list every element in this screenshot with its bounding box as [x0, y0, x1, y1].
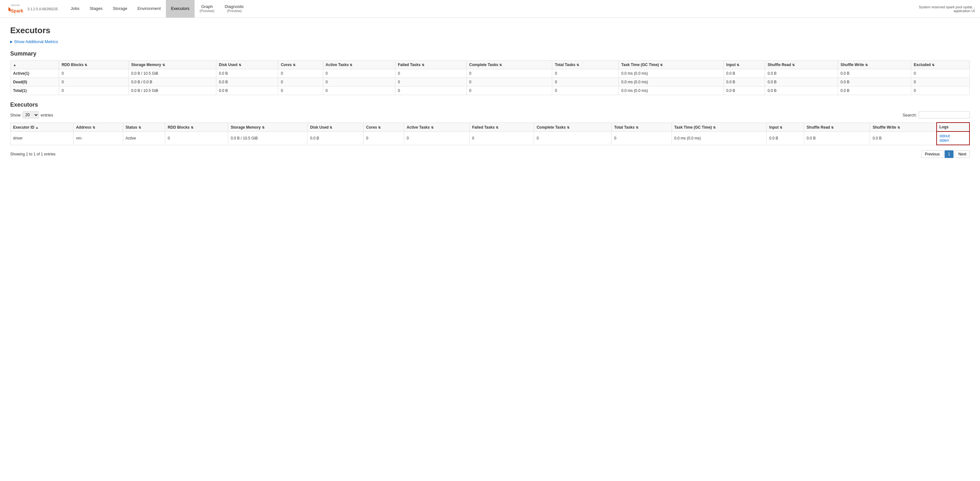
col-status[interactable]: Status ⇅ [123, 123, 165, 132]
cores-cell: 0 [363, 132, 404, 145]
prev-page-button[interactable]: Previous [921, 150, 943, 158]
failed-tasks-cell: 0 [469, 132, 534, 145]
col-active-tasks2[interactable]: Active Tasks ⇅ [404, 123, 469, 132]
stderr-link[interactable]: stderr [940, 138, 950, 143]
task-time-cell: 0.0 ms (0.0 ms) [671, 132, 767, 145]
col-shuffle-read2[interactable]: Shuffle Read ⇅ [804, 123, 870, 132]
summary-cell: 0.0 B [724, 69, 765, 78]
nav-graph[interactable]: Graph (Preview) [195, 0, 220, 18]
nav-links: Jobs Stages Storage Environment Executor… [65, 0, 918, 18]
col-input2[interactable]: Input ⇅ [767, 123, 804, 132]
col-disk-used[interactable]: Disk Used ⇅ [216, 61, 278, 69]
svg-text:Spark: Spark [11, 8, 23, 13]
show-additional-metrics-link[interactable]: Show Additional Metrics [10, 39, 970, 44]
col-shuffle-write[interactable]: Shuffle Write ⇅ [838, 61, 911, 69]
rdd-blocks-cell: 0 [165, 132, 228, 145]
col-disk-used2[interactable]: Disk Used ⇅ [307, 123, 364, 132]
col-storage-memory2[interactable]: Storage Memory ⇅ [228, 123, 307, 132]
version-label: 3.1.2.5.0-66290225 [27, 7, 58, 11]
summary-cell: Total(1) [11, 86, 59, 95]
entries-select[interactable]: 20 50 100 [23, 111, 39, 118]
next-page-button[interactable]: Next [955, 150, 970, 158]
nav-storage[interactable]: Storage [108, 0, 132, 18]
summary-cell: 0.0 ms (0.0 ms) [619, 69, 724, 78]
col-active-tasks[interactable]: Active Tasks ⇅ [323, 61, 395, 69]
executor-table-row: drivervm-Active00.0 B / 10.5 GiB0.0 B000… [11, 132, 970, 145]
summary-cell: 0 [59, 78, 129, 86]
executors-controls: Show 20 50 100 entries Search: [10, 111, 970, 118]
summary-cell: Dead(0) [11, 78, 59, 86]
col-executor-id[interactable]: Executor ID ▲ [11, 123, 73, 132]
spark-logo-icon: APACHE Spark [5, 3, 27, 15]
summary-cell: 0 [395, 69, 467, 78]
summary-cell: 0.0 ms (0.0 ms) [619, 86, 724, 95]
summary-cell: 0.0 B [838, 86, 911, 95]
col-rdd-blocks2[interactable]: RDD Blocks ⇅ [165, 123, 228, 132]
summary-table-row: Dead(0)00.0 B / 0.0 B0.0 B000000.0 ms (0… [11, 78, 970, 86]
summary-cell: 0.0 B / 10.5 GiB [129, 69, 216, 78]
main-content: Executors Show Additional Metrics Summar… [0, 18, 980, 166]
disk-used-cell: 0.0 B [307, 132, 364, 145]
pagination-buttons: Previous 1 Next [921, 150, 970, 158]
summary-section-title: Summary [10, 51, 970, 57]
status-cell: Active [123, 132, 165, 145]
search-box: Search: [902, 111, 970, 118]
col-cores2[interactable]: Cores ⇅ [363, 123, 404, 132]
current-page-button[interactable]: 1 [945, 150, 954, 158]
summary-cell: 0 [911, 86, 970, 95]
summary-cell: 0.0 B [216, 69, 278, 78]
summary-cell: 0.0 ms (0.0 ms) [619, 78, 724, 86]
summary-cell: 0.0 B / 10.5 GiB [129, 86, 216, 95]
summary-cell: 0.0 B [724, 78, 765, 86]
col-cores[interactable]: Cores ⇅ [278, 61, 323, 69]
summary-table: ▲ RDD Blocks ⇅ Storage Memory ⇅ Disk Use… [10, 61, 970, 95]
col-excluded[interactable]: Excluded ⇅ [911, 61, 970, 69]
summary-table-wrap: ▲ RDD Blocks ⇅ Storage Memory ⇅ Disk Use… [10, 61, 970, 95]
summary-cell: 0.0 B [216, 86, 278, 95]
col-complete-tasks[interactable]: Complete Tasks ⇅ [466, 61, 552, 69]
summary-cell: 0.0 B / 0.0 B [129, 78, 216, 86]
col-task-time[interactable]: Task Time (GC Time) ⇅ [619, 61, 724, 69]
executor-id-cell: driver [11, 132, 73, 145]
nav-diagnostic[interactable]: Diagnostic (Preview) [220, 0, 249, 18]
show-entries-control: Show 20 50 100 entries [10, 111, 53, 118]
col-shuffle-read[interactable]: Shuffle Read ⇅ [765, 61, 838, 69]
col-complete-tasks2[interactable]: Complete Tasks ⇅ [534, 123, 611, 132]
nav-jobs[interactable]: Jobs [65, 0, 84, 18]
summary-cell: 0 [59, 69, 129, 78]
col-input[interactable]: Input ⇅ [724, 61, 765, 69]
col-shuffle-write2[interactable]: Shuffle Write ⇅ [870, 123, 937, 132]
summary-cell: 0 [278, 78, 323, 86]
col-failed-tasks2[interactable]: Failed Tasks ⇅ [469, 123, 534, 132]
show-label: Show [10, 113, 21, 118]
executors-table: Executor ID ▲ Address ⇅ Status ⇅ RDD Blo… [10, 122, 970, 145]
summary-cell: 0 [466, 86, 552, 95]
summary-cell: 0 [278, 86, 323, 95]
summary-cell: 0.0 B [838, 69, 911, 78]
col-address[interactable]: Address ⇅ [73, 123, 123, 132]
summary-table-row: Total(1)00.0 B / 10.5 GiB0.0 B000000.0 m… [11, 86, 970, 95]
complete-tasks-cell: 0 [534, 132, 611, 145]
search-input[interactable] [919, 111, 970, 118]
stdout-link[interactable]: stdout [940, 134, 950, 138]
col-failed-tasks[interactable]: Failed Tasks ⇅ [395, 61, 467, 69]
col-total-tasks[interactable]: Total Tasks ⇅ [552, 61, 619, 69]
col-rdd-blocks[interactable]: RDD Blocks ⇅ [59, 61, 129, 69]
active-tasks-cell: 0 [404, 132, 469, 145]
col-storage-memory[interactable]: Storage Memory ⇅ [129, 61, 216, 69]
executors-header-row: Executor ID ▲ Address ⇅ Status ⇅ RDD Blo… [11, 123, 970, 132]
summary-cell: 0 [323, 78, 395, 86]
executors-table-wrap: Executor ID ▲ Address ⇅ Status ⇅ RDD Blo… [10, 122, 970, 145]
nav-environment[interactable]: Environment [132, 0, 166, 18]
summary-cell: 0 [911, 78, 970, 86]
col-task-time2[interactable]: Task Time (GC Time) ⇅ [671, 123, 767, 132]
pagination-row: Showing 1 to 1 of 1 entries Previous 1 N… [10, 150, 970, 158]
storage-memory-cell: 0.0 B / 10.5 GiB [228, 132, 307, 145]
col-total-tasks2[interactable]: Total Tasks ⇅ [611, 123, 671, 132]
nav-stages[interactable]: Stages [84, 0, 108, 18]
summary-cell: 0.0 B [765, 86, 838, 95]
col-label[interactable]: ▲ [11, 61, 59, 69]
svg-text:APACHE: APACHE [11, 4, 20, 6]
total-tasks-cell: 0 [611, 132, 671, 145]
nav-executors[interactable]: Executors [166, 0, 195, 18]
